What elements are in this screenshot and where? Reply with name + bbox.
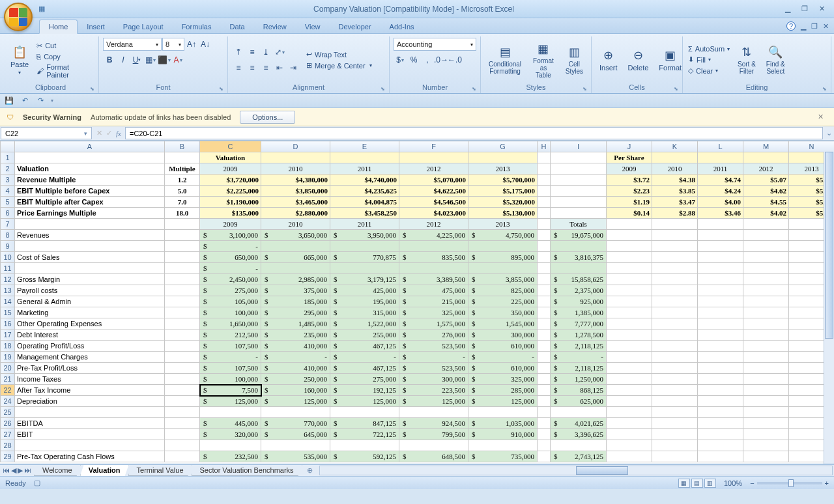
view-pagebreak-button[interactable]: ▥ — [704, 479, 716, 488]
formula-expand-button[interactable]: ⌄ — [824, 126, 834, 140]
col-header-E[interactable]: E — [330, 141, 399, 152]
doc-minimize-button[interactable]: ▁ — [801, 22, 806, 31]
col-header-D[interactable]: D — [261, 141, 330, 152]
clear-button[interactable]: ◇Clear▾ — [687, 66, 731, 76]
cancel-formula-icon[interactable]: ✕ — [96, 129, 102, 137]
tab-formulas[interactable]: Formulas — [173, 20, 221, 33]
col-header-I[interactable]: I — [551, 141, 607, 152]
comma-button[interactable]: , — [421, 53, 434, 66]
align-left-button[interactable]: ≡ — [232, 61, 245, 74]
zoom-out-button[interactable]: − — [750, 479, 754, 487]
row-header-16[interactable]: 16 — [1, 318, 15, 329]
tab-review[interactable]: Review — [254, 20, 296, 33]
row-header-7[interactable]: 7 — [1, 219, 15, 230]
col-header-L[interactable]: L — [698, 141, 743, 152]
row-header-20[interactable]: 20 — [1, 363, 15, 374]
wrap-text-button[interactable]: ↩Wrap Text — [305, 49, 373, 59]
doc-close-button[interactable]: ✕ — [823, 22, 829, 31]
format-cells-button[interactable]: ▣Format — [655, 47, 685, 73]
spreadsheet-grid[interactable]: ABCDEFGHIJKLMN1ValuationPer Share2Valuat… — [0, 141, 834, 464]
row-header-28[interactable]: 28 — [1, 440, 15, 451]
row-header-17[interactable]: 17 — [1, 329, 15, 341]
row-header-4[interactable]: 4 — [1, 186, 15, 197]
row-header-18[interactable]: 18 — [1, 341, 15, 352]
redo-icon[interactable]: ↷ — [35, 96, 46, 106]
percent-button[interactable]: % — [407, 53, 420, 66]
inc-decimal-button[interactable]: .0→ — [435, 53, 448, 66]
row-header-15[interactable]: 15 — [1, 307, 15, 318]
sheet-tab-terminal value[interactable]: Terminal Value — [128, 465, 192, 476]
row-header-6[interactable]: 6 — [1, 208, 15, 219]
borders-button[interactable]: ▦ — [144, 53, 157, 66]
vertical-scrollbar[interactable] — [824, 152, 834, 464]
format-painter-button[interactable]: 🖌Format Painter — [35, 63, 94, 79]
align-right-button[interactable]: ≡ — [259, 61, 272, 74]
zoom-in-button[interactable]: + — [825, 479, 829, 487]
align-center-button[interactable]: ≡ — [246, 61, 259, 74]
minimize-button[interactable]: ▁ — [781, 4, 795, 14]
tab-page-layout[interactable]: Page Layout — [114, 20, 173, 33]
row-header-3[interactable]: 3 — [1, 175, 15, 186]
col-header-A[interactable]: A — [15, 141, 165, 152]
fx-icon[interactable]: fx — [116, 130, 121, 137]
col-header-N[interactable]: N — [789, 141, 835, 152]
col-header-F[interactable]: F — [399, 141, 468, 152]
col-header-H[interactable]: H — [538, 141, 551, 152]
copy-button[interactable]: ⎘Copy — [35, 52, 94, 61]
row-header-26[interactable]: 26 — [1, 418, 15, 429]
macro-record-icon[interactable]: ▢ — [34, 479, 40, 487]
horizontal-scrollbar[interactable] — [319, 466, 833, 475]
sort-filter-button[interactable]: ⇅Sort & Filter — [734, 44, 760, 76]
row-header-13[interactable]: 13 — [1, 285, 15, 296]
restore-button[interactable]: ❐ — [798, 4, 812, 14]
undo-icon[interactable]: ↶ — [20, 96, 30, 106]
view-layout-button[interactable]: ▤ — [691, 479, 703, 488]
row-header-5[interactable]: 5 — [1, 197, 15, 208]
sheet-tab-valuation[interactable]: Valuation — [80, 465, 129, 476]
merge-center-button[interactable]: ⊞Merge & Center▾ — [305, 61, 373, 70]
row-header-22[interactable]: 22 — [1, 385, 15, 396]
font-color-button[interactable]: A — [171, 53, 184, 66]
view-normal-button[interactable]: ▦ — [678, 479, 690, 488]
orientation-button[interactable]: ⤢ — [273, 46, 286, 59]
sheet-nav-last[interactable]: ⏭ — [24, 466, 31, 475]
currency-button[interactable]: $ — [394, 53, 407, 66]
save-icon[interactable]: 💾 — [4, 96, 14, 106]
col-header-M[interactable]: M — [743, 141, 789, 152]
row-header-29[interactable]: 29 — [1, 451, 15, 462]
align-middle-button[interactable]: ≡ — [246, 46, 259, 59]
font-name-combo[interactable]: Verdana▾ — [103, 38, 162, 51]
autosum-button[interactable]: ΣAutoSum▾ — [687, 44, 731, 53]
col-header-J[interactable]: J — [607, 141, 652, 152]
office-button[interactable] — [4, 3, 33, 31]
formula-input[interactable]: =C20-C21 — [125, 127, 823, 139]
select-all-corner[interactable] — [1, 141, 15, 152]
tab-addins[interactable]: Add-Ins — [381, 20, 424, 33]
conditional-formatting-button[interactable]: ▤Conditional Formatting — [485, 44, 525, 76]
row-header-27[interactable]: 27 — [1, 429, 15, 440]
indent-inc-button[interactable]: ⇥ — [287, 61, 300, 74]
format-as-table-button[interactable]: ▦Format as Table — [528, 40, 559, 80]
indent-dec-button[interactable]: ⇤ — [273, 61, 286, 74]
qat-dropdown[interactable]: ▾ — [51, 98, 53, 104]
align-bottom-button[interactable]: ⤓ — [259, 46, 272, 59]
row-header-11[interactable]: 11 — [1, 263, 15, 274]
name-box[interactable]: C22 — [1, 127, 92, 139]
font-size-combo[interactable]: 8▾ — [162, 38, 184, 51]
underline-button[interactable]: U▾ — [130, 53, 143, 66]
dec-decimal-button[interactable]: ←.0 — [448, 53, 461, 66]
align-top-button[interactable]: ⤒ — [232, 46, 245, 59]
zoom-slider[interactable] — [757, 482, 822, 484]
find-select-button[interactable]: 🔍Find & Select — [762, 44, 789, 76]
sheet-nav-first[interactable]: ⏮ — [3, 466, 10, 475]
close-button[interactable]: ✕ — [814, 4, 829, 14]
row-header-19[interactable]: 19 — [1, 352, 15, 363]
col-header-K[interactable]: K — [652, 141, 698, 152]
sheet-nav-next[interactable]: ▶ — [18, 466, 23, 475]
row-header-14[interactable]: 14 — [1, 296, 15, 307]
shrink-font-button[interactable]: A↓ — [199, 38, 212, 51]
row-header-12[interactable]: 12 — [1, 274, 15, 285]
new-sheet-button[interactable]: ⊕ — [302, 466, 318, 475]
row-header-9[interactable]: 9 — [1, 241, 15, 252]
col-header-C[interactable]: C — [200, 141, 261, 152]
